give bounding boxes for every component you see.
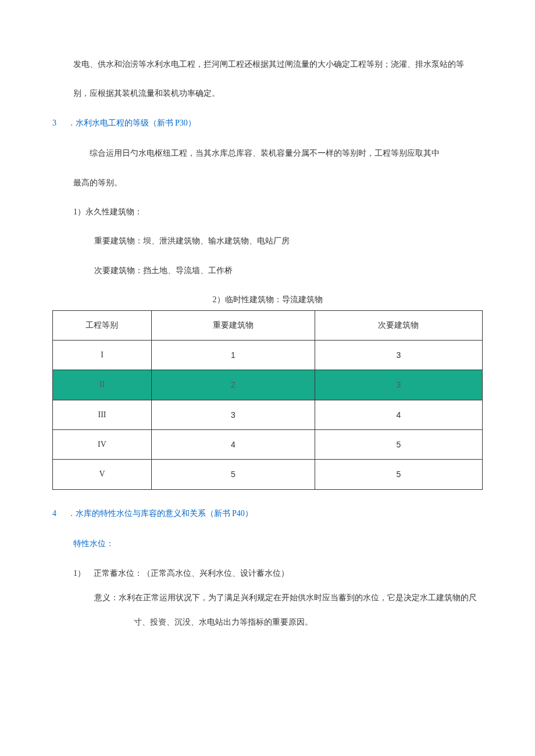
section-3-item-1-label: 1）永久性建筑物：: [73, 206, 483, 218]
table-cell-level: IV: [53, 430, 152, 460]
table-cell-major: 5: [151, 460, 315, 489]
section-4-title: ．水库的特性水位与库容的意义和关系（新书 P40）: [67, 509, 253, 518]
section-3-paragraph-1: 综合运用日勺水电枢纽工程，当其水库总库容、装机容量分属不一样的等别时，工程等别应…: [73, 147, 483, 160]
table-cell-minor: 4: [315, 400, 482, 429]
table-header-minor: 次要建筑物: [315, 310, 482, 340]
table-cell-minor: 5: [315, 430, 482, 460]
top-paragraph-line2: 别，应根据其装机流量和装机功率确定。: [73, 87, 483, 100]
table-row: V55: [53, 460, 483, 489]
table-header-row: 工程等别 重要建筑物 次要建筑物: [53, 310, 483, 340]
section-4-item-1-label: 1） 正常蓄水位：（正常高水位、兴利水位、设计蓄水位）: [73, 567, 483, 580]
section-4-sublabel: 特性水位：: [73, 538, 483, 550]
section-3-item-1-major: 重要建筑物：坝、泄洪建筑物、输水建筑物、电站厂房: [94, 235, 483, 248]
section-4-item-1-meaning: 意义：水利在正常运用状况下，为了满足兴利规定在开始供水时应当蓄到的水位，它是决定…: [94, 592, 483, 604]
table-cell-level: III: [53, 400, 152, 429]
section-3-heading: 3 ．水利水电工程的等级（新书 P30）: [52, 117, 483, 130]
table-cell-major: 2: [151, 370, 315, 400]
table-cell-minor: 3: [315, 370, 482, 400]
section-3-title: ．水利水电工程的等级（新书 P30）: [67, 119, 196, 127]
table-row: III34: [53, 400, 483, 429]
section-4-heading: 4 ．水库的特性水位与库容的意义和关系（新书 P40）: [52, 507, 483, 520]
table-cell-major: 1: [151, 340, 315, 370]
table-title: 2）临时性建筑物：导流建筑物: [52, 293, 483, 306]
table-cell-major: 3: [151, 400, 315, 429]
table-cell-level: I: [53, 340, 152, 370]
table-header-level: 工程等别: [53, 310, 152, 340]
top-paragraph-line1: 发电、供水和治涝等水利水电工程，拦河闸工程还根据其过闸流量的大小确定工程等别；浇…: [73, 58, 483, 71]
grade-table: 工程等别 重要建筑物 次要建筑物 I13II23III34IV45V55: [52, 310, 483, 490]
section-3-number: 3: [52, 117, 65, 130]
table-cell-level: II: [53, 370, 152, 400]
table-row: II23: [53, 370, 483, 400]
table-cell-minor: 3: [315, 340, 482, 370]
table-header-major: 重要建筑物: [151, 310, 315, 340]
section-3-item-1-minor: 次要建筑物：挡土地、导流墙、工作桥: [94, 264, 483, 277]
table-row: IV45: [53, 430, 483, 460]
section-3-paragraph-1b: 最高的等别。: [73, 177, 483, 189]
table-cell-minor: 5: [315, 460, 482, 489]
section-4-number: 4: [52, 507, 65, 520]
table-cell-major: 4: [151, 430, 315, 460]
table-cell-level: V: [53, 460, 152, 489]
table-row: I13: [53, 340, 483, 370]
section-4-item-1-meaning-cont: 寸、投资、沉没、水电站出力等指标的重要原因。: [134, 616, 483, 629]
